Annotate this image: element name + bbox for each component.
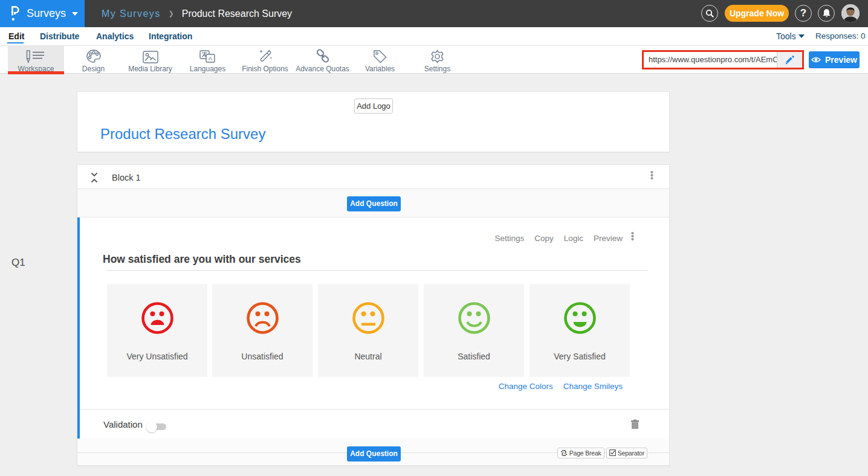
svg-text:A: A bbox=[209, 55, 213, 62]
